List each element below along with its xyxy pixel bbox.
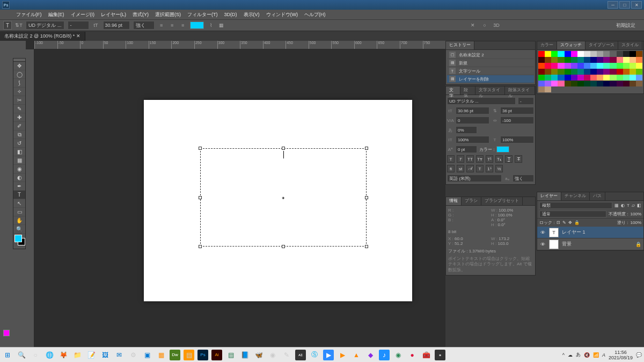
chrome-icon[interactable]: 🌐 (44, 350, 55, 360)
swatch[interactable] (617, 81, 623, 86)
handle-top-right[interactable] (365, 147, 368, 150)
settings-icon[interactable]: ⚙ (128, 350, 138, 360)
styles-tab[interactable]: スタイル (618, 41, 642, 49)
align-center-icon[interactable]: ≡ (169, 21, 176, 29)
app-icon-7[interactable]: ᴀᴢ (295, 350, 306, 360)
eyedropper-tool[interactable]: ✎ (13, 105, 25, 113)
swatch[interactable] (603, 63, 610, 69)
swatch[interactable] (545, 81, 551, 86)
app-icon-2[interactable]: ▦ (156, 350, 166, 360)
tray-volume-icon[interactable]: 🔇 (584, 352, 590, 358)
swatch[interactable] (603, 81, 610, 86)
dreamweaver-icon[interactable]: Dw (170, 350, 180, 360)
swatch[interactable] (571, 63, 577, 69)
cancel-icon[interactable]: ✕ (469, 21, 477, 29)
ot-fi[interactable]: fi (447, 165, 455, 172)
commit-icon[interactable]: ○ (481, 21, 488, 29)
align-left-icon[interactable]: ≡ (158, 21, 165, 29)
swatch[interactable] (597, 57, 603, 63)
filter-smart-icon[interactable]: ◧ (637, 203, 641, 208)
handle-bottom-right[interactable] (365, 245, 368, 248)
swatch[interactable] (571, 69, 577, 75)
swatch[interactable] (571, 51, 577, 57)
char-scale-input[interactable]: 0% (456, 126, 477, 134)
swatch[interactable] (538, 63, 545, 69)
menu-select[interactable]: 選択範囲(S) (152, 11, 184, 18)
menu-image[interactable]: イメージ(I) (68, 11, 98, 18)
history-snapshot[interactable]: ▢ 名称未設定 2 (447, 51, 534, 59)
cortana-icon[interactable]: ○ (30, 350, 41, 360)
wand-tool[interactable]: ✧ (13, 88, 25, 96)
swatch[interactable] (636, 81, 642, 86)
swatch[interactable] (610, 57, 616, 63)
brushpreset-tab[interactable]: ブラシプリセット (481, 197, 523, 205)
swatch[interactable] (630, 75, 636, 81)
swatch[interactable] (590, 69, 597, 75)
workspace-label[interactable]: 初期設定 (616, 22, 635, 29)
fill-value[interactable]: 100% (631, 220, 641, 225)
menu-window[interactable]: ウィンドウ(W) (263, 11, 302, 18)
swatch[interactable] (597, 69, 603, 75)
swatch[interactable] (545, 75, 551, 81)
swatch[interactable] (545, 63, 551, 69)
outlook-icon[interactable]: ✉ (114, 350, 125, 360)
swatch[interactable] (610, 75, 616, 81)
swatch[interactable] (545, 51, 551, 57)
menu-filter[interactable]: フィルター(T) (184, 11, 221, 18)
swatch[interactable] (636, 63, 642, 69)
tray-clock[interactable]: 11:56 2021/08/19 (609, 350, 633, 360)
tray-notification-icon[interactable]: 💬 (636, 352, 642, 358)
char-aa-select[interactable]: 強く (513, 175, 534, 182)
layer-row[interactable]: 👁 背景 🔒 (537, 238, 643, 250)
char-panel-icon[interactable]: ▦ (218, 21, 225, 29)
opacity-value[interactable]: 100% (631, 212, 641, 216)
color-swatches[interactable] (13, 234, 25, 249)
swatch[interactable] (623, 81, 630, 86)
close-button[interactable]: ✕ (631, 1, 642, 9)
char-size-input[interactable]: 30.96 pt (456, 107, 489, 114)
menu-type[interactable]: 書式(Y) (129, 11, 152, 18)
swatch[interactable] (551, 63, 558, 69)
swatch[interactable] (617, 63, 623, 69)
move-tool[interactable]: ✥ (13, 62, 25, 70)
marquee-tool[interactable]: ◯ (13, 70, 25, 79)
swatch[interactable] (545, 69, 551, 75)
history-item[interactable]: ▤ レイヤーを削除 (447, 75, 534, 83)
history-item[interactable]: ▤ 新規 (447, 59, 534, 67)
underline-button[interactable]: T̲ (505, 155, 513, 163)
char-tab[interactable]: 文字 (446, 86, 460, 95)
parastyle-tab[interactable]: 段落スタイル (505, 86, 535, 95)
align-right-icon[interactable]: ≡ (179, 21, 187, 29)
tray-input-icon[interactable]: A (602, 352, 605, 358)
swatch[interactable] (590, 57, 597, 63)
skype-icon[interactable]: Ⓢ (309, 350, 320, 360)
swatch[interactable] (558, 63, 564, 69)
menu-3d[interactable]: 3D(D) (221, 12, 240, 17)
swatch[interactable] (590, 75, 597, 81)
eraser-tool[interactable]: ◧ (13, 148, 25, 156)
text-bounding-box[interactable]: ✦ (200, 148, 367, 247)
ot-swash[interactable]: 𝒜 (466, 165, 474, 172)
path-tool[interactable]: ↖ (13, 199, 25, 208)
blur-tool[interactable]: ◉ (13, 165, 25, 173)
document-tab[interactable]: 名称未設定 2 @ 100% (RGB/8) * ✕ (0, 32, 85, 41)
swatch[interactable] (610, 63, 616, 69)
photoshop-icon[interactable]: Ps (197, 350, 208, 360)
record-icon[interactable]: ● (407, 350, 418, 360)
swatch[interactable] (636, 51, 642, 57)
app-icon-11[interactable]: ▪ (435, 350, 445, 360)
current-tool-icon[interactable]: T (3, 21, 12, 30)
layer-row[interactable]: 👁 T レイヤー 1 (537, 227, 643, 238)
font-style-select[interactable]: - (68, 21, 89, 30)
history-tab[interactable]: ヒストリー (446, 41, 474, 49)
swatch[interactable] (584, 51, 590, 57)
swatch[interactable] (597, 63, 603, 69)
smallcaps-button[interactable]: Tᴛ (476, 155, 484, 163)
handle-bottom-mid[interactable] (282, 245, 285, 248)
menu-file[interactable]: ファイル(F) (13, 11, 45, 18)
artboard[interactable]: ✦ (144, 100, 412, 301)
swatch[interactable] (636, 75, 642, 81)
vlc-icon[interactable]: ▲ (351, 350, 362, 360)
swatch[interactable] (590, 63, 597, 69)
italic-button[interactable]: T (457, 155, 464, 163)
